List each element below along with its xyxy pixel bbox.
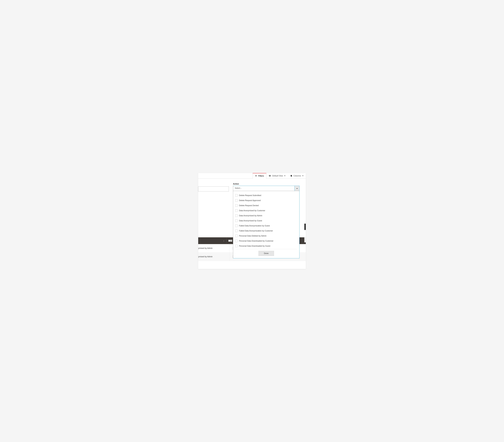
columns-button[interactable]: Columns (288, 173, 306, 179)
option-personal-data-downloaded-guest[interactable]: Personal Data Downloaded by Guest (235, 243, 297, 249)
action-select[interactable]: Select... (233, 186, 300, 191)
option-checkbox[interactable] (235, 199, 237, 202)
eye-icon (269, 175, 271, 177)
option-checkbox[interactable] (235, 240, 237, 242)
option-checkbox[interactable] (235, 220, 237, 222)
option-personal-data-downloaded-customer[interactable]: Personal Data Downloaded by Customer (235, 238, 297, 243)
option-label: Data Anonymised by Guest (239, 220, 262, 222)
option-checkbox[interactable] (235, 235, 237, 237)
action-select-placeholder: Select... (233, 186, 294, 191)
option-delete-request-submitted[interactable]: Delete Request Submitted (235, 193, 297, 198)
option-label: Data Anonymised by Admin (239, 215, 262, 217)
option-label: Failed Data Anonymization by Guest (239, 225, 270, 227)
option-label: Delete Request Approved (239, 199, 261, 202)
filters-tab[interactable]: Filters (253, 173, 266, 179)
option-label: Failed Data Anonymization by Customer (239, 230, 273, 232)
option-delete-request-denied[interactable]: Delete Request Denied (235, 203, 297, 208)
option-checkbox[interactable] (235, 225, 237, 227)
action-dropdown: Delete Request Submitted Delete Request … (233, 191, 300, 258)
action-select-toggle[interactable] (294, 186, 299, 191)
option-checkbox[interactable] (235, 194, 237, 197)
option-failed-anonymization-customer[interactable]: Failed Data Anonymization by Customer (235, 228, 297, 233)
done-button[interactable]: Done (259, 251, 274, 256)
option-data-anonymised-customer[interactable]: Data Anonymised by Customer (235, 208, 297, 213)
gear-icon (290, 175, 292, 177)
option-failed-anonymization-guest[interactable]: Failed Data Anonymization by Guest (235, 223, 297, 228)
filters-label: Filters (258, 175, 264, 177)
action-filter: Action Select... Delete Request Submitte… (233, 183, 300, 258)
option-label: Delete Request Submitted (239, 194, 261, 197)
admin-panel: Filters Default View Columns ↓ (198, 173, 306, 269)
option-data-anonymised-guest[interactable]: Data Anonymised by Guest (235, 218, 297, 223)
action-filter-label: Action (233, 183, 300, 185)
option-label: Personal Data Deleted by Admin (239, 235, 267, 237)
chevron-down-icon (284, 175, 286, 176)
dropdown-footer: Done (236, 249, 297, 256)
chevron-up-icon (296, 188, 298, 189)
default-view-button[interactable]: Default View (266, 173, 288, 179)
option-data-anonymised-admin[interactable]: Data Anonymised by Admin (235, 213, 297, 218)
option-checkbox[interactable] (235, 245, 237, 247)
funnel-icon (255, 175, 257, 177)
option-label: Data Anonymised by Customer (239, 209, 265, 212)
option-personal-data-deleted-admin[interactable]: Personal Data Deleted by Admin (235, 233, 297, 238)
filter-text-input[interactable] (198, 187, 229, 191)
option-checkbox[interactable] (235, 204, 237, 207)
option-delete-request-approved[interactable]: Delete Request Approved (235, 198, 297, 203)
default-view-label: Default View (272, 175, 283, 177)
filters-panel: Action Select... Delete Request Submitte… (198, 179, 306, 265)
option-label: Personal Data Downloaded by Guest (239, 245, 270, 247)
grid-toolbar: Filters Default View Columns (198, 173, 306, 179)
option-label: Personal Data Downloaded by Customer (239, 240, 273, 242)
option-checkbox[interactable] (235, 209, 237, 212)
option-checkbox[interactable] (235, 214, 237, 217)
option-label: Delete Request Denied (239, 204, 259, 207)
columns-label: Columns (293, 175, 301, 177)
option-checkbox[interactable] (235, 230, 237, 232)
chevron-down-icon (302, 175, 304, 176)
